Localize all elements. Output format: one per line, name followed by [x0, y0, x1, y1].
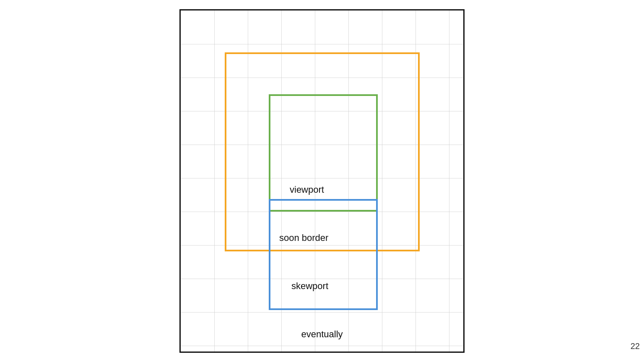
grid-line [181, 312, 463, 313]
soon-border-label: soon border [279, 233, 328, 243]
eventually-label: eventually [301, 329, 343, 340]
page-number: 22 [631, 341, 640, 351]
viewport-label: viewport [290, 184, 324, 195]
skewport-label: skewport [291, 281, 328, 292]
slide: viewport soon border skewport eventually [179, 9, 465, 353]
grid-line [181, 346, 463, 346]
grid-line [214, 10, 215, 352]
grid-line [449, 10, 449, 352]
blue-box-skewport [269, 199, 378, 310]
page-container: viewport soon border skewport eventually… [0, 0, 644, 362]
grid-line [181, 44, 463, 44]
